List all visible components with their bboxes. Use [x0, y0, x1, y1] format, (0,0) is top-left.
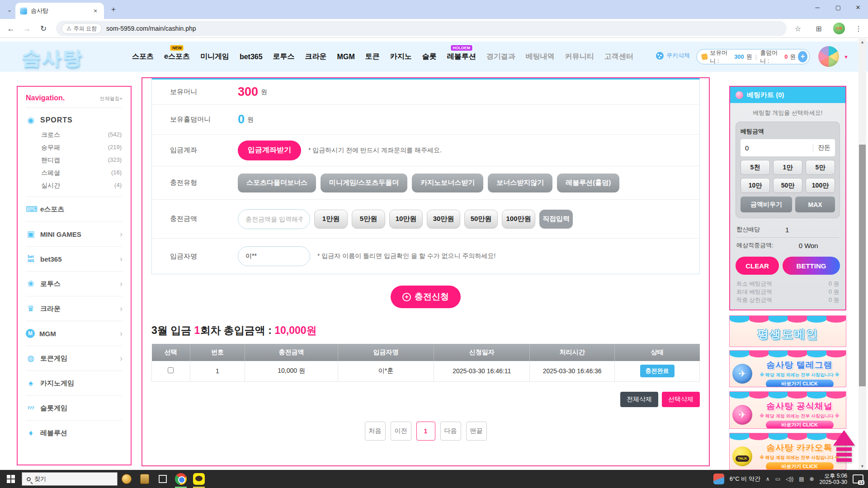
banner-cta-button[interactable]: 바로가기 CLICK [766, 421, 834, 429]
scrollbar-down-icon[interactable]: ▼ [859, 463, 866, 470]
quick-500k-button[interactable]: 50만 [773, 178, 802, 193]
sidebar-sub-handicap[interactable]: 핸디캡(323) [26, 154, 123, 167]
back-button[interactable]: ← [5, 23, 17, 35]
page-prev-button[interactable]: 이전 [391, 422, 411, 441]
address-bar[interactable]: ⚠ 주의 요함 som-5959.com/main/cashin.php [56, 21, 787, 36]
banner-lifetime-domain[interactable]: 평생도메인 [729, 315, 846, 347]
page-scrollbar[interactable]: ▲ ▼ [859, 38, 866, 470]
cookie-delete-button[interactable]: 쿠키삭제 [656, 52, 690, 60]
start-button[interactable] [0, 470, 22, 488]
sidebar-item-lotus[interactable]: ❀로투스› [26, 272, 123, 296]
bonus-casino-button[interactable]: 카지노보너스받기 [412, 174, 483, 192]
nav-casino[interactable]: 카지노 [390, 52, 412, 61]
bonus-revolution-button[interactable]: 레볼루션(홀덤) [557, 174, 619, 192]
nav-results[interactable]: 경기결과 [486, 52, 515, 61]
nav-minigame[interactable]: 미니게임 [200, 52, 229, 61]
new-tab-button[interactable]: + [108, 5, 118, 14]
sidebar-sub-special[interactable]: 스페셜(16) [26, 167, 123, 179]
deposit-request-button[interactable]: + 충전신청 [391, 286, 461, 308]
nav-support[interactable]: 고객센터 [604, 52, 633, 61]
taskbar-search-input[interactable]: 찾기 [22, 472, 118, 486]
sidebar-item-tokengame[interactable]: ◍토큰게임› [26, 346, 123, 371]
tray-expand-icon[interactable]: ∧ [766, 476, 770, 482]
browser-tab[interactable]: 솜사탕 × [15, 3, 104, 19]
window-minimize-button[interactable]: ─ [807, 0, 827, 15]
amount-10k-button[interactable]: 1만원 [314, 210, 348, 229]
site-logo[interactable]: 솜사탕 [22, 45, 83, 70]
weather-text[interactable]: 6°C 비 약간 [730, 475, 760, 483]
amount-50k-button[interactable]: 5만원 [352, 210, 385, 229]
sidebar-sub-cross[interactable]: 크로스(542) [26, 129, 123, 141]
taskbar-app-gold-frame[interactable] [136, 470, 154, 488]
nav-revolution[interactable]: HOLDEM레볼루션 [447, 52, 476, 61]
ime-icon[interactable]: ▤ [799, 476, 804, 482]
amount-100k-button[interactable]: 10만원 [389, 210, 423, 229]
nav-bet365[interactable]: bet365 [240, 53, 263, 61]
sidebar-item-revolution[interactable]: ♦레볼루션 [26, 421, 123, 446]
direct-input-button[interactable]: 직접입력 [539, 210, 573, 229]
expand-all-button[interactable]: 전체펼침+ [100, 95, 123, 102]
tab-close-icon[interactable]: × [91, 7, 99, 14]
scrollbar-thumb[interactable] [859, 145, 866, 386]
page-current-button[interactable]: 1 [416, 422, 435, 441]
sidebar-sub-live[interactable]: 실시간(4) [26, 179, 123, 192]
weather-icon[interactable] [713, 474, 724, 484]
page-next-button[interactable]: 다음 [440, 422, 461, 441]
sidebar-item-slotgame[interactable]: 777슬롯게임 [26, 396, 123, 421]
monitor-icon[interactable]: ▭ [775, 476, 780, 482]
nav-sports[interactable]: 스포츠 [132, 52, 154, 61]
window-maximize-button[interactable]: ▢ [828, 0, 848, 15]
cart-betting-button[interactable]: BETTING [783, 257, 840, 275]
nav-lotus[interactable]: 로투스 [273, 52, 295, 61]
quick-5k-button[interactable]: 5천 [741, 160, 770, 175]
forward-button[interactable]: → [21, 23, 33, 35]
reload-button[interactable]: ↻ [37, 23, 50, 35]
get-deposit-account-button[interactable]: 입금계좌받기 [238, 141, 301, 160]
sidebar-item-mgm[interactable]: MMGM› [26, 321, 123, 346]
nav-token[interactable]: 토큰 [365, 52, 380, 61]
nav-community[interactable]: 커뮤니티 [565, 52, 594, 61]
nav-crown[interactable]: 크라운 [305, 52, 327, 61]
row-select-checkbox[interactable] [168, 367, 174, 373]
user-avatar[interactable] [818, 46, 839, 67]
clear-amount-button[interactable]: 금액비우기 [741, 197, 792, 212]
taskbar-clock[interactable]: 오후 5:06 2025-03-30 [820, 473, 847, 485]
taskbar-app-gold-coins[interactable] [118, 470, 136, 488]
quick-100k-button[interactable]: 10만 [741, 178, 770, 193]
sidebar-item-crown[interactable]: ♛크라운› [26, 296, 123, 321]
small-change-button[interactable]: 잔돈 [813, 144, 830, 152]
security-chip[interactable]: ⚠ 주의 요함 [61, 23, 102, 34]
deposit-amount-input[interactable] [238, 209, 310, 229]
nav-slot[interactable]: 슬롯 [422, 52, 437, 61]
sidebar-item-casinogame[interactable]: ♠카지노게임 [26, 371, 123, 396]
cart-clear-button[interactable]: CLEAR [736, 257, 779, 275]
taskbar-app-chrome[interactable] [172, 470, 190, 488]
chevron-down-icon[interactable]: ▼ [844, 54, 849, 60]
sidebar-item-esports[interactable]: ⌨e스포츠 [26, 197, 123, 222]
amount-300k-button[interactable]: 30만원 [427, 210, 460, 229]
nav-bet-history[interactable]: 베팅내역 [526, 52, 555, 61]
quick-1m-button[interactable]: 100만 [806, 178, 835, 193]
delete-selected-button[interactable]: 선택삭제 [662, 392, 700, 407]
quick-50k-button[interactable]: 5만 [806, 160, 835, 175]
amount-1m-button[interactable]: 100만원 [502, 210, 535, 229]
bet-amount-input[interactable] [745, 144, 813, 152]
add-money-button[interactable]: + [798, 51, 807, 62]
extensions-icon[interactable]: ⊞ [813, 23, 825, 35]
max-button[interactable]: MAX [795, 197, 835, 212]
nav-esports[interactable]: NEWe스포츠 [164, 52, 190, 61]
bonus-sports-multi-button[interactable]: 스포츠다폴더보너스 [238, 174, 316, 192]
tab-search-icon[interactable]: ⌄ [5, 5, 14, 15]
taskbar-app-kakaotalk[interactable] [190, 470, 208, 488]
window-close-button[interactable]: ✕ [848, 0, 868, 15]
sidebar-item-sports[interactable]: ◉ SPORTS [26, 108, 123, 129]
bonus-none-button[interactable]: 보너스받지않기 [488, 174, 552, 192]
page-first-button[interactable]: 처음 [365, 422, 386, 441]
depositor-name-input[interactable] [238, 246, 310, 266]
task-view-button[interactable] [154, 470, 172, 488]
eject-icon[interactable]: ⊗ [810, 476, 814, 482]
banner-kakaotalk[interactable]: TALK 솜사탕 카카오톡 ※ 해당 계정 외에는 전부 사칭입니다 ※ 바로가… [729, 433, 846, 470]
sidebar-sub-windrawlose[interactable]: 승무패(219) [26, 141, 123, 154]
quick-10k-button[interactable]: 1만 [773, 160, 802, 175]
nav-mgm[interactable]: MGM [337, 53, 355, 61]
